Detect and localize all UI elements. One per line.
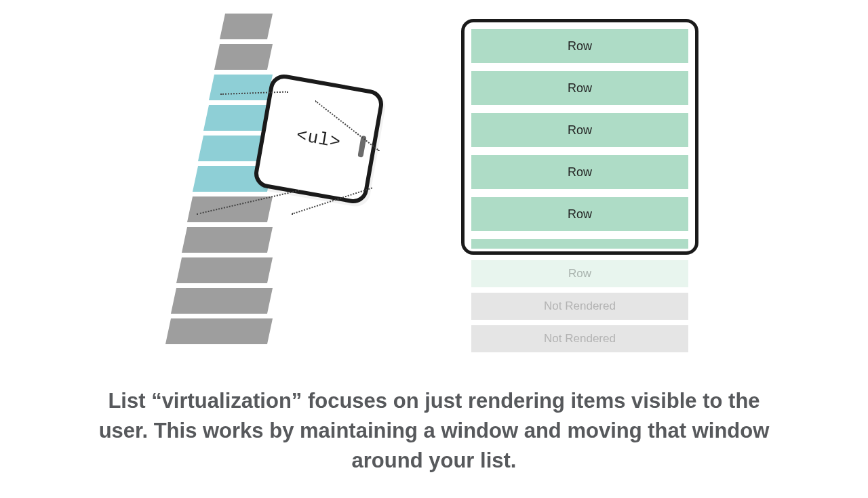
- row-label: Row: [568, 165, 592, 180]
- slanted-list-illustration: <ul>: [108, 20, 420, 373]
- not-rendered-row: Not Rendered: [471, 293, 688, 320]
- row-label: Not Rendered: [544, 299, 616, 313]
- row-label: Row: [568, 81, 592, 96]
- row-label: Row: [568, 267, 591, 281]
- ul-tag-label: <ul>: [295, 125, 343, 152]
- viewport-rows-illustration: Row Row Row Row Row Row Not Rendered Not…: [461, 19, 698, 352]
- buffered-row: Row: [471, 260, 688, 287]
- slanted-list-bars: [170, 14, 270, 349]
- rendered-row-cutoff: [471, 239, 688, 249]
- row-label: Row: [568, 207, 592, 222]
- list-bar: [171, 288, 273, 314]
- viewport-frame: Row Row Row Row Row: [461, 19, 698, 255]
- rendered-row: Row: [471, 29, 688, 63]
- list-bar: [220, 14, 273, 39]
- rendered-row: Row: [471, 71, 688, 105]
- diagram-caption: List “virtualization” focuses on just re…: [92, 386, 776, 476]
- row-label: Row: [568, 39, 592, 54]
- not-rendered-row: Not Rendered: [471, 325, 688, 352]
- list-bar: [176, 257, 273, 283]
- rendered-row: Row: [471, 197, 688, 231]
- outside-viewport: Row Not Rendered Not Rendered: [461, 260, 698, 352]
- list-bar: [214, 44, 273, 70]
- rendered-row: Row: [471, 155, 688, 189]
- list-bar: [182, 227, 273, 253]
- list-bar: [165, 318, 273, 344]
- list-bar-visible: [209, 75, 273, 100]
- list-bar: [187, 196, 273, 222]
- row-label: Row: [568, 123, 592, 138]
- rendered-row: Row: [471, 113, 688, 147]
- row-label: Not Rendered: [544, 332, 616, 346]
